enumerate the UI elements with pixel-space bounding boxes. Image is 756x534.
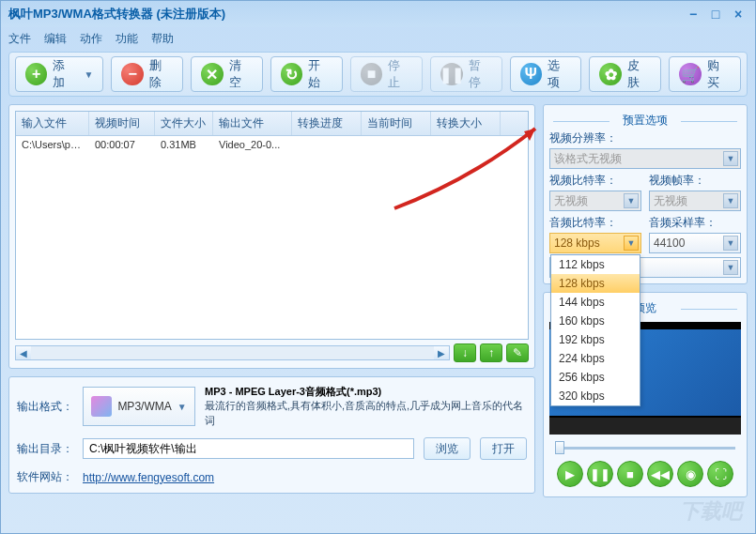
scroll-left-icon[interactable]: ◀ [16, 346, 31, 359]
clear-button[interactable]: ✕清空 [191, 56, 263, 92]
chevron-down-icon: ▼ [624, 236, 639, 251]
bitrate-option[interactable]: 128 kbps [551, 274, 640, 293]
buy-button[interactable]: 🛒购买 [669, 56, 741, 92]
th-convsize[interactable]: 转换大小 [431, 112, 501, 135]
open-button[interactable]: 打开 [480, 437, 527, 460]
chevron-down-icon: ▼ [84, 69, 93, 80]
stop-button: ■停止 [350, 56, 423, 92]
chevron-down-icon: ▼ [624, 193, 639, 208]
prev-frame-button[interactable]: ◀◀ [647, 461, 673, 487]
th-size[interactable]: 文件大小 [155, 112, 213, 135]
bitrate-option[interactable]: 192 kbps [551, 330, 640, 349]
video-res-label: 视频分辨率： [549, 130, 741, 146]
refresh-icon: ↻ [281, 63, 302, 85]
chevron-down-icon: ▼ [177, 402, 187, 412]
output-dir-input[interactable] [83, 438, 414, 459]
add-button[interactable]: +添加▼ [15, 56, 103, 92]
preview-bar [549, 418, 741, 435]
audio-sample-label: 音频采样率： [649, 215, 741, 231]
stop-preview-button[interactable]: ■ [617, 461, 643, 487]
fullscreen-button[interactable]: ⛶ [707, 461, 733, 487]
table-row[interactable]: C:\Users\pc\... 00:00:07 0.31MB Video_20… [16, 136, 528, 153]
close-button[interactable]: × [729, 7, 748, 22]
file-table-panel: 输入文件 视频时间 文件大小 输出文件 转换进度 当前时间 转换大小 C:\Us… [8, 104, 535, 369]
slider-thumb[interactable] [555, 441, 564, 454]
menubar: 文件 编辑 动作 功能 帮助 [1, 27, 755, 50]
seek-slider[interactable] [549, 438, 741, 457]
output-panel: 输出格式： MP3/WMA ▼ MP3 - MPEG Layer-3音频格式(*… [8, 376, 535, 494]
th-duration[interactable]: 视频时间 [89, 112, 155, 135]
menu-action[interactable]: 动作 [80, 31, 102, 47]
pause-preview-button[interactable]: ❚❚ [587, 461, 613, 487]
video-res-select: 该格式无视频▼ [549, 148, 741, 169]
plus-icon: + [25, 63, 47, 85]
chevron-down-icon: ▼ [723, 236, 738, 251]
pause-button: ❚❚暂停 [430, 56, 502, 92]
bitrate-option[interactable]: 160 kbps [551, 312, 640, 330]
edit-button[interactable]: ✎ [506, 343, 529, 362]
th-output[interactable]: 输出文件 [213, 112, 292, 135]
video-bitrate-select: 无视频▼ [549, 191, 641, 211]
menu-function[interactable]: 功能 [116, 31, 138, 47]
chevron-down-icon: ▼ [723, 151, 738, 166]
bitrate-option[interactable]: 320 kbps [551, 387, 640, 405]
apple-icon: ✿ [599, 63, 621, 85]
menu-edit[interactable]: 编辑 [44, 31, 67, 47]
website-link[interactable]: http://www.fengyesoft.com [83, 471, 214, 484]
th-input[interactable]: 输入文件 [16, 112, 89, 135]
menu-help[interactable]: 帮助 [151, 31, 174, 47]
fork-icon: Ψ [520, 63, 542, 85]
app-title: 枫叶MP3/WMA格式转换器 (未注册版本) [8, 6, 225, 23]
stop-icon: ■ [361, 63, 382, 85]
music-icon [91, 396, 112, 417]
th-progress[interactable]: 转换进度 [292, 112, 362, 135]
video-fps-label: 视频帧率： [649, 173, 741, 189]
video-fps-select: 无视频▼ [649, 191, 741, 211]
file-table[interactable]: 输入文件 视频时间 文件大小 输出文件 转换进度 当前时间 转换大小 C:\Us… [15, 111, 529, 340]
audio-bitrate-dropdown[interactable]: 112 kbps 128 kbps 144 kbps 160 kbps 192 … [550, 254, 640, 406]
start-button[interactable]: ↻开始 [270, 56, 343, 92]
titlebar: 枫叶MP3/WMA格式转换器 (未注册版本) − □ × [1, 1, 755, 27]
preset-panel: 预置选项 视频分辨率： 该格式无视频▼ 视频比特率：无视频▼ 视频帧率：无视频▼… [543, 104, 748, 284]
chevron-down-icon: ▼ [723, 193, 738, 208]
snapshot-button[interactable]: ◉ [677, 461, 703, 487]
skin-button[interactable]: ✿皮肤 [589, 56, 661, 92]
audio-bitrate-label: 音频比特率： [549, 215, 641, 231]
video-bitrate-label: 视频比特率： [549, 173, 641, 189]
hscrollbar[interactable]: ◀ ▶ [15, 345, 450, 360]
move-up-button[interactable]: ↑ [480, 343, 502, 362]
bitrate-option[interactable]: 144 kbps [551, 293, 640, 312]
audio-sample-select[interactable]: 44100▼ [649, 233, 741, 253]
format-description: MP3 - MPEG Layer-3音频格式(*.mp3) 最流行的音频格式,具… [205, 385, 527, 428]
format-selector[interactable]: MP3/WMA ▼ [83, 387, 195, 426]
audio-bitrate-select[interactable]: 128 kbps▼ 112 kbps 128 kbps 144 kbps 160… [549, 233, 641, 253]
options-button[interactable]: Ψ选项 [510, 56, 582, 92]
preset-title: 预置选项 [549, 111, 741, 130]
scroll-right-icon[interactable]: ▶ [434, 346, 449, 359]
th-time[interactable]: 当前时间 [362, 112, 431, 135]
watermark: 下载吧 [680, 497, 742, 526]
dir-label: 输出目录： [17, 441, 73, 457]
play-button[interactable]: ▶ [557, 461, 583, 487]
toolbar: +添加▼ −删除 ✕清空 ↻开始 ■停止 ❚❚暂停 Ψ选项 ✿皮肤 🛒购买 [8, 52, 748, 97]
menu-file[interactable]: 文件 [8, 31, 31, 47]
browse-button[interactable]: 浏览 [424, 437, 471, 460]
cart-icon: 🛒 [679, 63, 701, 85]
delete-button[interactable]: −删除 [111, 56, 183, 92]
site-label: 软件网站： [17, 469, 73, 485]
maximize-button[interactable]: □ [706, 7, 725, 22]
chevron-down-icon: ▼ [723, 260, 738, 275]
bitrate-option[interactable]: 224 kbps [551, 349, 640, 368]
bitrate-option[interactable]: 112 kbps [551, 255, 640, 274]
pause-icon: ❚❚ [440, 63, 463, 85]
bitrate-option[interactable]: 256 kbps [551, 368, 640, 387]
minus-icon: − [121, 63, 143, 85]
move-down-button[interactable]: ↓ [454, 343, 476, 362]
clear-icon: ✕ [201, 63, 223, 85]
format-label: 输出格式： [17, 399, 73, 415]
minimize-button[interactable]: − [684, 7, 702, 22]
